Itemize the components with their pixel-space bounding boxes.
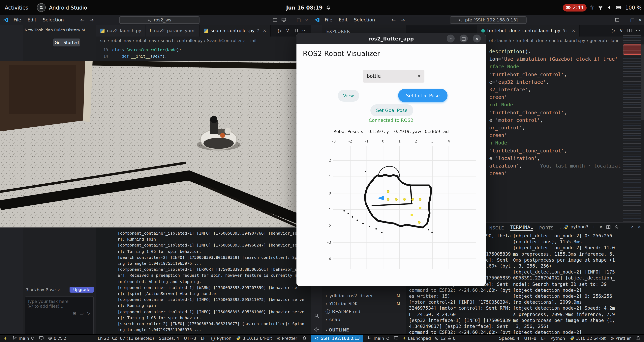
settings-gear-icon[interactable] — [311, 327, 322, 332]
close-button[interactable]: × — [473, 34, 481, 42]
terminal-shell-select[interactable]: python3 — [564, 224, 588, 229]
activities-button[interactable]: Activities — [0, 4, 33, 10]
indentation-indicator[interactable]: Spaces: 4 — [499, 336, 520, 341]
eol-indicator[interactable]: LF — [201, 336, 206, 341]
clock-menu[interactable]: Jun 16 08:19 — [286, 0, 331, 15]
run-dropdown-icon[interactable]: ∨ — [286, 28, 289, 33]
terminal-output-detection[interactable]: [object_detection_node-2] 0: 256x256(no … — [513, 233, 637, 335]
command-center-search[interactable]: pfe [SSH: 192.168.0.13] — [450, 16, 526, 24]
explorer-item[interactable]: ›YDLidar-SDKM — [322, 300, 406, 308]
minimize-button[interactable]: – — [447, 34, 455, 42]
menu-edit[interactable]: Edit — [24, 17, 40, 23]
problems-indicator[interactable]: 0 2 — [48, 336, 66, 341]
breadcrumb-left[interactable]: src › robot_nav › robot_nav › search_con… — [100, 38, 307, 43]
nav-back-icon[interactable]: ← — [78, 17, 87, 23]
notifications-icon[interactable] — [636, 336, 640, 341]
run-button[interactable]: ▷ — [612, 28, 616, 33]
editor-tab[interactable]: nav2_launch.py — [96, 25, 146, 36]
editor-more-icon[interactable]: ⋯ — [636, 28, 640, 33]
notifications-icon[interactable] — [302, 336, 307, 341]
language-mode[interactable]: Python — [550, 336, 565, 341]
slam-map-plot[interactable]: -3-2-101234210-1-2-3-4 — [306, 137, 476, 271]
terminal-dropdown-icon[interactable]: ∨ — [599, 224, 602, 229]
close-tab-icon[interactable]: × — [572, 28, 575, 33]
problems-indicator[interactable]: 12 0 — [435, 336, 456, 341]
git-branch-indicator[interactable]: main — [368, 336, 390, 341]
panel-tab-terminal[interactable]: TERMINAL — [510, 225, 533, 231]
editor-tab-turtlebot-launch[interactable]: turtlebot_clone_control.launch.py 9+ × — [477, 25, 580, 36]
set-goal-pose-button[interactable]: Set Goal Pose — [370, 104, 413, 116]
menu-more[interactable]: ⋯ — [67, 17, 78, 23]
flutter-titlebar[interactable]: ros2_flutter_app – □ × — [296, 33, 486, 44]
maximize-button[interactable]: □ — [630, 17, 634, 22]
new-terminal-icon[interactable]: + — [592, 224, 596, 229]
minimize-button[interactable]: ─ — [624, 17, 626, 22]
editor-tab[interactable]: !nav2_params.yaml — [146, 25, 200, 36]
command-center-search[interactable]: ros2_ws — [119, 16, 200, 24]
system-tray[interactable]: 2:44 fr 100 % — [563, 0, 642, 15]
menu-more[interactable]: ⋯ — [378, 17, 389, 23]
target-object-dropdown[interactable]: bottle ▼ — [363, 70, 424, 83]
python-interpreter[interactable]: 3.10.12 64-bit — [236, 336, 272, 341]
breadcrumb-right[interactable]: ol › launch › turtlebot_clone_control.la… — [489, 38, 620, 43]
cursor-position[interactable]: Ln 22, Col 67 (13 selected) — [98, 336, 154, 341]
formatter-indicator[interactable]: ⊘ Prettier — [610, 336, 631, 341]
eol-indicator[interactable]: LF — [541, 336, 546, 341]
blackbox-nav-tabs[interactable]: New Task Plan Rules History M — [25, 28, 96, 32]
send-icon[interactable]: ▷ — [87, 311, 90, 316]
maximize-button[interactable]: □ — [460, 34, 468, 42]
layout-icon[interactable] — [281, 17, 286, 22]
python-interpreter[interactable]: 3.10.12 64-bit — [570, 336, 606, 341]
get-started-button[interactable]: Get Started — [53, 38, 80, 46]
code-editor-right[interactable]: description():ion='Use simulation (Gazeb… — [489, 44, 623, 226]
panel-tab-ports[interactable]: PORTS — [539, 225, 554, 230]
explorer-item[interactable]: ⓘREADME.md — [322, 308, 406, 316]
launchpad-indicator[interactable]: Launchpad — [402, 336, 431, 341]
remote-ssh-indicator[interactable]: SSH: 192.168.0.13 — [311, 335, 364, 342]
android-studio-indicator[interactable]: Android Studio — [33, 3, 91, 12]
menu-selection[interactable]: Selection — [351, 17, 378, 23]
close-button[interactable]: × — [638, 17, 642, 22]
indentation-indicator[interactable]: Spaces: 4 — [159, 336, 179, 341]
panel-close-icon[interactable]: × — [638, 224, 641, 229]
minimap[interactable] — [623, 35, 641, 222]
run-dropdown-icon[interactable]: ∨ — [619, 28, 623, 33]
encoding-indicator[interactable]: UTF-8 — [524, 336, 536, 341]
editor-more-icon[interactable]: ⋯ — [302, 28, 307, 33]
run-button[interactable]: ▷ — [278, 28, 282, 33]
language-mode[interactable]: {} Python — [210, 336, 231, 341]
panel-maximize-icon[interactable]: ∧ — [631, 224, 634, 229]
view-button[interactable]: View — [338, 90, 359, 102]
nav-forward-icon[interactable]: → — [398, 17, 407, 23]
menu-file[interactable]: File — [322, 17, 336, 23]
split-editor-icon[interactable] — [627, 28, 632, 33]
attach-icon[interactable]: ⊕ — [73, 311, 76, 316]
menu-edit[interactable]: Edit — [336, 17, 351, 23]
explorer-item[interactable]: ›snap — [322, 316, 406, 324]
blackbox-base-select[interactable]: Blackbox Base ∨ — [26, 287, 60, 292]
scrollbar[interactable] — [641, 44, 644, 120]
kill-terminal-icon[interactable] — [614, 225, 619, 229]
minimize-button[interactable]: ─ — [290, 17, 293, 22]
menu-file[interactable]: File — [10, 17, 24, 23]
menu-selection[interactable]: Selection — [40, 17, 67, 23]
explorer-item[interactable]: ›ydlidar_ros2_driverM — [322, 292, 406, 300]
blackbox-task-input[interactable]: Type your task here (@ to add files)... … — [25, 296, 94, 336]
upgrade-button[interactable]: Upgrade — [70, 287, 94, 293]
code-editor-left[interactable]: 13class SearchController(Node):14 def __… — [96, 46, 311, 62]
keyboard-layout-indicator[interactable]: fr — [590, 4, 594, 10]
editor-tab[interactable]: search_controller.py2× — [200, 25, 271, 36]
toggle-panel-icon[interactable] — [272, 17, 278, 22]
terminal-output-left[interactable]: [component_container_isolated-1] [INFO] … — [118, 230, 311, 335]
account-icon[interactable] — [311, 313, 322, 319]
image-icon[interactable]: ▭ — [80, 311, 84, 316]
toggle-panel-icon[interactable] — [615, 17, 620, 22]
split-editor-icon[interactable] — [293, 28, 298, 33]
encoding-indicator[interactable]: UTF-8 — [184, 336, 196, 341]
ports-icon[interactable] — [39, 336, 44, 341]
split-terminal-icon[interactable] — [606, 225, 611, 229]
panel-tab-console[interactable]: NSOLE — [489, 225, 504, 230]
close-button[interactable]: × — [305, 17, 308, 22]
set-initial-pose-button[interactable]: Set Initial Pose — [398, 89, 448, 102]
close-tab-icon[interactable]: × — [263, 28, 266, 33]
